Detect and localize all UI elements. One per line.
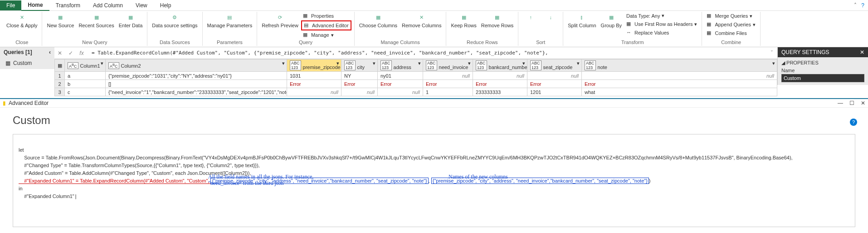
col-column1[interactable]: ABCColumn1▾ [65, 59, 106, 72]
table-row[interactable]: 1a{"premise_zipcode":"1031","city":"NY",… [55, 72, 777, 80]
remove-cols-icon: ✕ [417, 13, 426, 22]
help-icon[interactable]: ? [861, 2, 864, 9]
first-row-headers-button[interactable]: ▦Use First Row as Headers ▾ [624, 20, 699, 28]
annotation-columns: Names of the new columns [449, 174, 562, 180]
replace-icon: ↔ [626, 30, 633, 36]
col-seat-zipcode[interactable]: ABC123seat_zipcode▾ [527, 59, 582, 72]
window-icon: ▮ [3, 100, 6, 106]
filter-icon[interactable]: ▾ [577, 60, 580, 66]
formula-text[interactable]: = Table.ExpandRecordColumn(#"Added Custo… [87, 50, 766, 56]
filter-icon[interactable]: ▾ [468, 60, 471, 66]
append-icon: ▦ [707, 21, 713, 28]
query-settings-pane: QUERY SETTINGS✕ ◢ PROPERTIES Name [777, 47, 868, 85]
queries-pane: Queries [1]‹ ▦Custom [0, 47, 54, 69]
sort-desc-button[interactable]: ↓ [541, 12, 560, 23]
name-label: Name [781, 68, 864, 73]
group-transform: Transform [618, 40, 648, 46]
merge-queries-button[interactable]: ▦Merge Queries ▾ [705, 12, 757, 20]
group-query: Query [295, 40, 316, 46]
close-apply-icon: ✕ [17, 13, 26, 22]
remove-columns-button[interactable]: ✕Remove Columns [400, 12, 443, 29]
formula-cancel[interactable]: ✕ [54, 50, 65, 56]
filter-icon[interactable]: ▾ [373, 60, 375, 66]
col-premise-zipcode[interactable]: ABC123premise_zipcode▾ [287, 59, 341, 72]
data-grid: ▦ ABCColumn1▾ ABCColumn2▾ ABC123premise_… [54, 59, 777, 96]
group-by-button[interactable]: ▦Group By [599, 12, 624, 29]
col-city[interactable]: ABC123city▾ [341, 59, 378, 72]
new-source-icon: ▦ [56, 13, 65, 22]
pane-collapse-icon[interactable]: ‹ [49, 49, 51, 55]
enter-data-button[interactable]: ▦Enter Data [117, 12, 145, 29]
settings-title: QUERY SETTINGS [781, 49, 829, 55]
group-manage-columns: Manage Columns [377, 40, 423, 46]
col-need-invoice[interactable]: ABC123need_invoice▾ [423, 59, 473, 72]
manage-icon: ▦ [303, 32, 309, 38]
data-source-settings-button[interactable]: ⚙Data source settings [150, 12, 199, 29]
enter-data-icon: ▦ [126, 13, 135, 22]
merge-icon: ▦ [707, 13, 713, 19]
manage-button[interactable]: ▦Manage ▾ [301, 31, 351, 39]
ribbon-collapse-icon[interactable]: ˄ [854, 2, 857, 9]
window-close[interactable]: ✕ [861, 100, 865, 106]
window-maximize[interactable]: ☐ [849, 100, 854, 106]
choose-cols-icon: ▦ [374, 13, 383, 22]
recent-sources-button[interactable]: ▦Recent Sources [77, 12, 116, 29]
help-icon[interactable]: ? [850, 119, 857, 126]
window-title: Advanced Editor [9, 100, 49, 106]
remove-rows-button[interactable]: ▦Remove Rows [479, 12, 516, 29]
formula-commit[interactable]: ✓ [65, 50, 76, 56]
filter-icon[interactable]: ▾ [101, 60, 103, 66]
tab-home[interactable]: Home [21, 0, 49, 11]
window-minimize[interactable]: — [838, 100, 843, 106]
group-combine: Combine [717, 40, 745, 46]
filter-icon[interactable]: ▾ [522, 60, 525, 66]
tab-help[interactable]: Help [154, 0, 178, 10]
close-icon[interactable]: ✕ [860, 49, 864, 55]
col-note[interactable]: ABC123note▾ [582, 59, 777, 72]
keep-rows-icon: ▦ [459, 13, 468, 22]
combine-files-button[interactable]: ▦Combine Files [705, 29, 757, 37]
query-item[interactable]: ▦Custom [0, 57, 54, 69]
group-new-query: New Query [78, 40, 111, 46]
col-column2[interactable]: ABCColumn2▾ [106, 59, 287, 72]
manage-parameters-button[interactable]: ▤Manage Parameters [205, 12, 254, 29]
close-apply-button[interactable]: ✕Close & Apply [5, 12, 39, 29]
replace-values-button[interactable]: ↔Replace Values [624, 29, 699, 37]
grid-corner[interactable]: ▦ [55, 59, 65, 72]
col-bankcard-number[interactable]: ABC123bankcard_number▾ [473, 59, 527, 72]
filter-icon[interactable]: ▾ [418, 60, 421, 66]
append-queries-button[interactable]: ▦Append Queries ▾ [705, 20, 757, 29]
remove-rows-icon: ▦ [493, 13, 502, 22]
gear-icon: ⚙ [170, 13, 179, 22]
tab-view[interactable]: View [129, 0, 154, 10]
formula-expand[interactable]: ˇ [766, 50, 777, 56]
choose-columns-button[interactable]: ▦Choose Columns [357, 12, 399, 29]
refresh-preview-button[interactable]: ⟳Refresh Preview [260, 12, 300, 29]
properties-button[interactable]: ▦Properties [301, 12, 351, 20]
tab-addcolumn[interactable]: Add Column [87, 0, 129, 10]
tab-transform[interactable]: Transform [49, 0, 87, 10]
sort-desc-icon: ↓ [546, 13, 555, 22]
filter-icon[interactable]: ▾ [282, 60, 285, 66]
query-name-input[interactable] [781, 74, 864, 82]
filter-icon[interactable]: ▾ [336, 60, 339, 66]
advanced-editor-button[interactable]: ▤Advanced Editor [301, 20, 351, 30]
queries-header: Queries [1]‹ [0, 47, 54, 57]
sort-asc-button[interactable]: ↑ [521, 12, 540, 23]
filter-icon[interactable]: ▾ [772, 60, 775, 66]
annotation-fields: All the field names in all the jsons. Fo… [208, 174, 344, 186]
editor-heading: Custom [13, 114, 50, 126]
split-column-button[interactable]: ⫿Split Column [566, 12, 598, 29]
table-row[interactable]: 3c{"need_invoice":"1","bankcard_number":… [55, 88, 777, 96]
code-editor[interactable]: let Source = Table.FromRows(Json.Documen… [13, 134, 855, 227]
properties-icon: ▦ [303, 13, 309, 19]
properties-heading: ◢ PROPERTIES [781, 60, 864, 66]
keep-rows-button[interactable]: ▦Keep Rows [449, 12, 478, 29]
data-type-button[interactable]: Data Type: Any ▾ [624, 12, 699, 20]
new-source-button[interactable]: ▦New Source [45, 12, 76, 29]
tab-file[interactable]: File [0, 0, 21, 10]
combine-icon: ▦ [707, 30, 713, 36]
group-icon: ▦ [607, 13, 616, 22]
col-address[interactable]: ABC123address▾ [378, 59, 423, 72]
table-row[interactable]: 2b[]ErrorErrorErrorErrorErrorErrorError [55, 80, 777, 88]
